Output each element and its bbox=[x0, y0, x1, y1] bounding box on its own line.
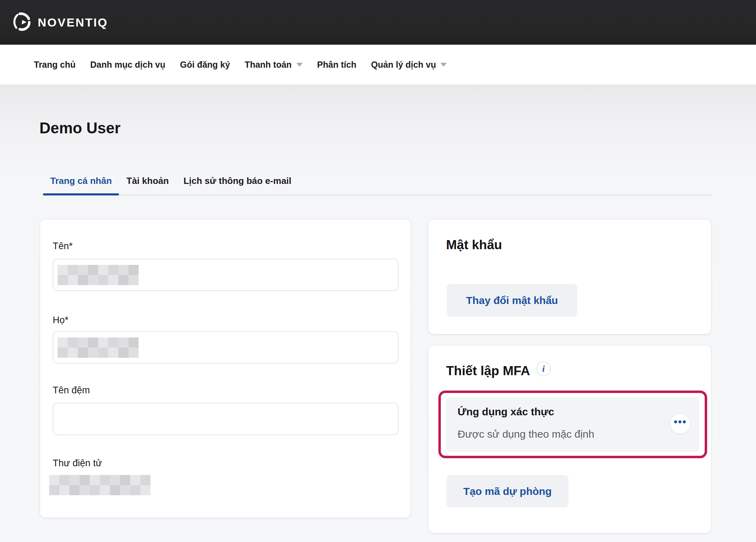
ellipsis-icon: ••• bbox=[674, 418, 687, 425]
nav-item-label: Gói đăng ký bbox=[180, 60, 230, 70]
last-name-field[interactable] bbox=[53, 331, 399, 364]
chevron-down-icon bbox=[440, 63, 447, 67]
password-card: Mật khẩu Thay đổi mật khẩu bbox=[428, 219, 711, 334]
tab-bar: Trang cá nhân Tài khoản Lịch sử thông bá… bbox=[43, 175, 299, 194]
middle-name-label: Tên đệm bbox=[53, 385, 90, 396]
change-password-button[interactable]: Thay đổi mật khẩu bbox=[447, 284, 577, 317]
password-card-title: Mật khẩu bbox=[446, 237, 502, 253]
nav-item-service-catalog[interactable]: Danh mục dịch vụ bbox=[90, 60, 165, 70]
chevron-down-icon bbox=[296, 63, 303, 67]
generate-backup-codes-button[interactable]: Tạo mã dự phòng bbox=[446, 475, 569, 507]
redacted-value bbox=[58, 265, 139, 285]
tab-profile[interactable]: Trang cá nhân bbox=[43, 175, 119, 194]
middle-name-field[interactable] bbox=[53, 403, 399, 435]
first-name-label: Tên* bbox=[53, 240, 73, 252]
info-icon[interactable]: i bbox=[536, 362, 551, 376]
redacted-value bbox=[58, 337, 139, 358]
nav-item-label: Phân tích bbox=[317, 60, 357, 70]
content-area: Demo User Trang cá nhân Tài khoản Lịch s… bbox=[0, 84, 756, 542]
first-name-field[interactable] bbox=[53, 259, 399, 291]
app-header: NOVENTIQ bbox=[0, 0, 756, 45]
mfa-card: Thiết lập MFA i Ứng dụng xác thực Được s… bbox=[428, 345, 711, 533]
nav-item-label: Quản lý dịch vụ bbox=[371, 60, 436, 70]
profile-form-card: Tên* Họ* Tên đệm Thư điện tử bbox=[40, 219, 411, 518]
brand-logo[interactable]: NOVENTIQ bbox=[12, 11, 108, 34]
nav-item-service-management[interactable]: Quản lý dịch vụ bbox=[371, 60, 447, 70]
email-label: Thư điện tử bbox=[53, 458, 102, 469]
nav-item-label: Danh mục dịch vụ bbox=[90, 60, 165, 70]
mfa-method-name: Ứng dụng xác thực bbox=[458, 406, 554, 418]
nav-item-analytics[interactable]: Phân tích bbox=[317, 60, 357, 70]
mfa-card-title: Thiết lập MFA bbox=[446, 363, 530, 379]
more-options-button[interactable]: ••• bbox=[670, 414, 690, 434]
mfa-method-item: Ứng dụng xác thực Được sử dụng theo mặc … bbox=[446, 397, 699, 452]
nav-item-billing[interactable]: Thanh toán bbox=[245, 60, 303, 70]
email-redacted-value bbox=[49, 475, 150, 495]
mfa-method-status: Được sử dụng theo mặc định bbox=[458, 428, 594, 440]
tabs-divider bbox=[43, 195, 711, 195]
nav-item-label: Trang chủ bbox=[34, 60, 75, 70]
last-name-label: Họ* bbox=[53, 314, 68, 326]
page: NOVENTIQ Trang chủ Danh mục dịch vụ Gói … bbox=[0, 0, 756, 542]
nav-item-subscriptions[interactable]: Gói đăng ký bbox=[180, 60, 230, 70]
page-title: Demo User bbox=[39, 119, 120, 137]
mfa-method-highlight: Ứng dụng xác thực Được sử dụng theo mặc … bbox=[438, 391, 707, 458]
main-nav: Trang chủ Danh mục dịch vụ Gói đăng ký T… bbox=[0, 45, 756, 84]
nav-item-home[interactable]: Trang chủ bbox=[34, 60, 75, 70]
tab-account[interactable]: Tài khoản bbox=[119, 175, 176, 194]
nav-item-label: Thanh toán bbox=[245, 60, 292, 70]
noventiq-logo-icon bbox=[12, 11, 32, 34]
tab-email-notification-history[interactable]: Lịch sử thông báo e-mail bbox=[176, 175, 299, 194]
brand-name: NOVENTIQ bbox=[38, 16, 108, 29]
